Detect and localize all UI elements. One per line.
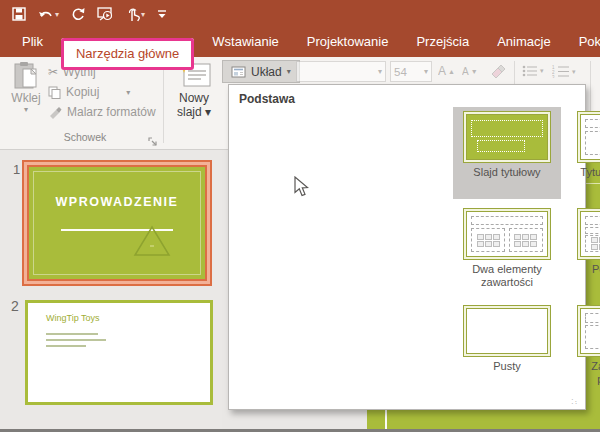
new-slide-label: Nowy slajd ▾ <box>172 92 216 120</box>
tab-file[interactable]: Plik <box>8 28 57 57</box>
save-icon[interactable] <box>8 3 30 25</box>
font-size-combo[interactable]: 54▾ <box>390 61 432 82</box>
tab-animations[interactable]: Animacje <box>483 28 564 57</box>
resize-grip-icon[interactable]: ·.·· <box>571 398 581 406</box>
layout-option-label: Slajd tytułowy <box>453 166 561 179</box>
tab-design[interactable]: Projektowanie <box>293 28 403 57</box>
layout-option-label: Dwa elementy zawartości <box>453 263 561 288</box>
layout-thumbnail <box>463 111 551 163</box>
layout-thumbnail <box>463 208 551 260</box>
slide-number: 2 <box>11 298 19 314</box>
layout-label: Układ <box>251 65 282 79</box>
slide-inner-frame <box>33 171 201 275</box>
bullets-button[interactable]: ▾ <box>522 65 544 77</box>
layout-menu-theme-title: Podstawa <box>239 92 295 106</box>
undo-icon[interactable]: ▾ <box>34 3 63 25</box>
layout-thumbnail <box>577 305 600 357</box>
slide2-text-line <box>46 333 98 335</box>
paste-dropdown-arrow[interactable]: ▾ <box>24 105 28 114</box>
ribbon-tab-bar: Plik Narzędzia główne Wstawianie Projekt… <box>0 28 600 57</box>
layout-option-label: Tytuł i zawartość <box>567 166 600 179</box>
numbering-button[interactable]: 123▾ <box>552 65 576 78</box>
layout-thumbnail <box>577 111 600 163</box>
tab-home[interactable]: Narzędzia główne <box>61 38 194 70</box>
layout-thumbnail <box>463 305 551 357</box>
slide-number: 1 <box>13 162 20 177</box>
layout-dropdown-arrow: ▾ <box>287 67 291 76</box>
slide2-text-line <box>46 339 106 341</box>
layout-thumbnail <box>577 208 600 260</box>
touch-mouse-mode-icon[interactable]: ▾ <box>122 3 149 25</box>
copy-icon <box>48 86 61 99</box>
redo-icon[interactable] <box>67 3 89 25</box>
layout-option-label: Pusty <box>453 360 561 373</box>
clear-formatting-button[interactable] <box>490 64 506 82</box>
layout-option-comparison[interactable]: Porównanie <box>567 204 600 276</box>
clipboard-icon <box>13 61 39 91</box>
tab-transitions[interactable]: Przejścia <box>402 28 483 57</box>
triangle-shape <box>133 225 171 257</box>
decrease-font-button[interactable]: A▼ <box>462 66 478 77</box>
scissors-icon: ✂ <box>48 65 58 79</box>
slide2-title: WingTip Toys <box>46 313 100 323</box>
layout-button[interactable]: Układ ▾ <box>222 60 300 83</box>
copy-label: Kopiuj <box>66 85 99 99</box>
format-painter-icon <box>48 106 62 119</box>
font-name-combo[interactable]: ▾ <box>296 61 386 82</box>
tab-insert[interactable]: Wstawianie <box>198 28 292 57</box>
layout-dropdown-menu: Podstawa Slajd tytułowyTytuł i zawartość… <box>228 84 586 410</box>
layout-option-blank[interactable]: Pusty <box>453 301 561 373</box>
mouse-cursor <box>294 176 309 197</box>
layout-option-label: Porównanie <box>567 263 600 276</box>
copy-button[interactable]: Kopiuj ▾ <box>48 83 130 101</box>
clipboard-group-label: Schowek <box>30 131 140 143</box>
copy-dropdown-arrow[interactable]: ▾ <box>126 88 130 97</box>
annotation-highlight: Narzędzia główne <box>61 39 194 57</box>
format-painter-label: Malarz formatów <box>67 105 156 119</box>
new-slide-button[interactable]: Nowy slajd ▾ <box>170 61 218 145</box>
layout-icon <box>231 66 246 78</box>
dialog-launcher-icon[interactable] <box>148 133 158 151</box>
layout-option-label: Zawartość z podpisem <box>567 360 600 385</box>
powerpoint-window: ▾ ▾ Plik Narzędzia główne Wstawianie Pro… <box>0 0 600 432</box>
tab-slideshow[interactable]: Pokaz slajdów <box>565 28 600 57</box>
layout-option-title[interactable]: Slajd tytułowy <box>453 107 561 199</box>
layout-option-two-content[interactable]: Dwa elementy zawartości <box>453 204 561 288</box>
font-size-value: 54 <box>394 66 407 78</box>
paste-label: Wklej <box>11 91 40 105</box>
increase-font-button[interactable]: A▲ <box>438 64 455 78</box>
layout-option-content-caption[interactable]: Zawartość z podpisem <box>567 301 600 385</box>
slide-thumbnail-2[interactable]: WingTip Toys <box>25 300 213 405</box>
svg-text:3: 3 <box>552 75 555 79</box>
slide2-text-line <box>46 345 86 347</box>
slide1-title: WPROWADZENIE <box>29 195 205 209</box>
layout-option-title-content[interactable]: Tytuł i zawartość <box>567 107 600 179</box>
quick-access-toolbar: ▾ ▾ <box>0 0 600 28</box>
slide-thumbnail-1[interactable]: WPROWADZENIE <box>22 160 212 286</box>
format-painter-button[interactable]: Malarz formatów <box>48 103 156 121</box>
customize-toolbar-icon[interactable] <box>153 3 171 25</box>
start-presentation-icon[interactable] <box>93 3 118 25</box>
